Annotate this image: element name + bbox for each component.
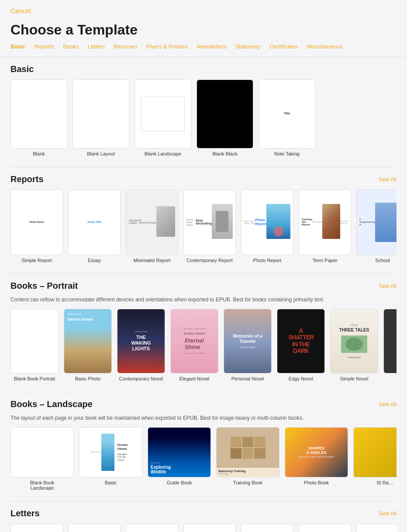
template-contemporary-report-label: Contemporary Report [186, 258, 233, 263]
nav-tabs: Basic Reports Books Letters Resumes Flye… [0, 43, 407, 57]
books-landscape-see-all[interactable]: See All [379, 401, 397, 408]
cancel-button[interactable]: Cancel [10, 7, 31, 14]
template-blank-label: Blank [33, 151, 45, 156]
tab-books[interactable]: Books [63, 43, 79, 50]
template-essay-label: Essay [88, 258, 101, 263]
reports-section-title: Reports [10, 174, 44, 184]
template-blank-book-landscape-label: Blank Book Landscape [18, 480, 66, 491]
template-elegant-novel[interactable]: Tap or click to add a subtitle Author Na… [170, 309, 218, 381]
letters-section-title: Letters [10, 508, 40, 518]
template-landscape-more[interactable]: St Ra… [353, 427, 397, 491]
template-contemporary-novel[interactable]: Author Name THEWAKINGLIGHTS Contemporary… [117, 309, 165, 381]
tab-misc[interactable]: Miscellaneous [307, 43, 342, 50]
tab-resumes[interactable]: Resumes [114, 43, 138, 50]
basic-section-title: Basic [10, 64, 34, 74]
letters-see-all[interactable]: See All [379, 510, 397, 517]
books-landscape-section-title: Books – Landscape [10, 399, 93, 409]
template-basic-landscape-label: Basic [105, 480, 117, 485]
template-blank-landscape[interactable]: Blank Landscape [135, 79, 191, 156]
template-blank-book-portrait-label: Blank Book Portrait [14, 376, 55, 381]
template-edgy-novel-label: Edgy Novel [289, 376, 313, 381]
letters-section-header: Letters See All [10, 508, 397, 518]
template-guide-book-label: Guide Book [167, 480, 192, 485]
template-personal-novel[interactable]: Memories of a Traveler Author Name Perso… [224, 309, 272, 381]
template-simple-report[interactable]: Simple Report Simple Report [10, 190, 63, 263]
books-landscape-section-header: Books – Landscape See All [10, 399, 397, 409]
template-blank-black-label: Blank Black [212, 151, 237, 156]
template-blank-black[interactable]: Blank Black [197, 79, 253, 156]
template-essay[interactable]: Essay Title Essay [68, 190, 121, 263]
basic-section-header: Basic [10, 64, 397, 74]
tab-certificates[interactable]: Certificates [269, 43, 298, 50]
template-guide-book[interactable]: Author Name ExploringWildlife Guide Book [148, 427, 211, 491]
tab-stationery[interactable]: Stationery [235, 43, 261, 50]
template-basic-photo-label: Basic Photo [75, 376, 101, 381]
template-letter-2[interactable]: Creative Name [68, 524, 121, 532]
template-letter-4[interactable]: Sender Name [183, 524, 236, 532]
template-blank-layout-label: Blank Layout [87, 151, 115, 156]
template-letter-5[interactable]: Sender Name [241, 524, 293, 532]
template-basic-landscape[interactable]: Author Name Ocean Views Highlights From … [79, 427, 142, 491]
books-landscape-templates-row: Blank Book Landscape Author Name Ocean V… [10, 427, 397, 491]
tab-basic[interactable]: Basic [10, 43, 26, 50]
tab-flyers[interactable]: Flyers & Posters [146, 43, 188, 50]
template-blank-book-portrait[interactable]: Blank Book Portrait [10, 309, 59, 381]
template-term-paper-label: Term Paper [313, 258, 338, 263]
template-letter-6[interactable] [299, 524, 351, 532]
template-simple-novel[interactable]: A Novel THREE TALES Author Name Simple N… [330, 309, 378, 381]
template-basic-photo[interactable]: Author Name Desert Dunes Basic Photo [64, 309, 112, 381]
template-photo-report-label: Photo Report [253, 258, 282, 263]
reports-templates-row: Simple Report Simple Report Essay Title [10, 190, 397, 263]
template-simple-novel-label: Simple Novel [340, 376, 369, 381]
template-minimalist-report[interactable]: ORGANIC FORMS IN ARCHITECTURE Minimalist… [126, 190, 178, 263]
template-blank[interactable]: Blank [10, 79, 67, 156]
books-portrait-templates-row: Blank Book Portrait Author Name Desert D… [10, 309, 397, 381]
template-contemporary-novel-label: Contemporary Novel [119, 376, 163, 381]
template-letter-3[interactable]: SENDER NAME [126, 524, 178, 532]
template-photo-report[interactable]: Author Name · April 5, 2023 Photo Report… [241, 190, 293, 263]
template-personal-novel-label: Personal Novel [231, 376, 264, 381]
template-photo-book-label: Photo Book [304, 480, 329, 485]
reports-see-all[interactable]: See All [379, 176, 397, 183]
books-portrait-see-all[interactable]: See All [379, 283, 397, 289]
template-term-paper[interactable]: Geology 101 Report Earthscaping Author N… [299, 190, 351, 263]
tab-reports[interactable]: Reports [34, 43, 55, 50]
template-training-book-label: Training Book [233, 480, 262, 485]
tab-letters[interactable]: Letters [87, 43, 105, 50]
template-blank-book-landscape[interactable]: Blank Book Landscape [10, 427, 74, 491]
template-edgy-novel[interactable]: ASHATTERIN THEDARK Edgy Novel [277, 309, 325, 381]
books-portrait-subtitle: Content can reflow to accommodate differ… [10, 296, 397, 304]
template-school-label: School [375, 258, 390, 263]
template-letter-1[interactable]: Sender Name [10, 524, 63, 532]
template-note-taking-label: Note Taking [274, 151, 300, 156]
template-minimalist-report-label: Minimalist Report [134, 258, 171, 263]
tab-newsletters[interactable]: Newsletters [197, 43, 226, 50]
template-simple-report-label: Simple Report [21, 258, 52, 263]
template-note-taking[interactable]: Title Note Taking [259, 79, 315, 156]
template-landscape-more-label: St Ra… [376, 480, 393, 485]
page-title: Choose a Template [0, 18, 407, 43]
books-portrait-section-header: Books – Portrait See All [10, 281, 397, 291]
template-elegant-novel-label: Elegant Novel [179, 376, 210, 381]
template-training-book[interactable]: Bakeshop Training The Basics Training Bo… [216, 427, 279, 491]
template-blank-landscape-label: Blank Landscape [145, 151, 181, 156]
books-portrait-section-title: Books – Portrait [10, 281, 78, 291]
template-novel-more[interactable]: N… [383, 309, 397, 381]
books-landscape-subtitle: The layout of each page in your book wil… [10, 415, 397, 422]
template-blank-layout[interactable]: Blank Layout [72, 79, 129, 156]
reports-section-header: Reports See All [10, 174, 397, 184]
template-contemporary-report[interactable]: Simple Home Styling Easy Decorating Cont… [183, 190, 236, 263]
template-school[interactable]: A Voyage to learning School [356, 190, 397, 263]
basic-templates-row: Blank Blank Layout Blank Landscape Blank… [10, 79, 397, 156]
letters-templates-row: Sender Name Creative Name [10, 524, 397, 532]
template-photo-book[interactable]: SHAPES& ANGLES ARCHITECTURAL PHOTOGRAPHY… [285, 427, 348, 491]
template-letter-7[interactable] [356, 524, 397, 532]
